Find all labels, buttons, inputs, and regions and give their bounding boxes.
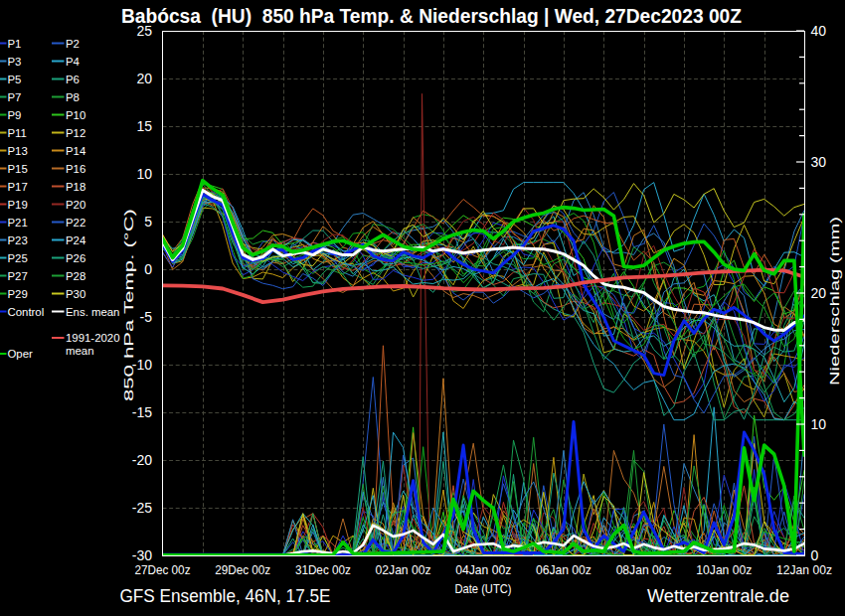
svg-text:0: 0 bbox=[811, 547, 819, 563]
svg-text:P8: P8 bbox=[66, 91, 80, 103]
svg-text:Wetterzentrale.de: Wetterzentrale.de bbox=[647, 585, 789, 606]
svg-text:-20: -20 bbox=[132, 452, 152, 468]
svg-text:P6: P6 bbox=[66, 74, 80, 85]
svg-text:15: 15 bbox=[136, 118, 152, 134]
svg-text:P25: P25 bbox=[8, 252, 28, 264]
svg-text:P14: P14 bbox=[66, 145, 85, 157]
svg-text:27Dec 00z: 27Dec 00z bbox=[135, 562, 191, 577]
svg-text:P7: P7 bbox=[8, 91, 22, 103]
svg-text:10: 10 bbox=[811, 416, 827, 432]
svg-text:Ens. mean: Ens. mean bbox=[66, 306, 119, 318]
svg-text:P3: P3 bbox=[8, 56, 22, 68]
svg-text:-25: -25 bbox=[132, 500, 152, 516]
svg-text:29Dec 00z: 29Dec 00z bbox=[215, 562, 270, 577]
svg-text:Date (UTC): Date (UTC) bbox=[455, 581, 512, 596]
svg-text:06Jan 00z: 06Jan 00z bbox=[536, 562, 592, 577]
svg-text:5: 5 bbox=[144, 214, 152, 230]
svg-text:P13: P13 bbox=[8, 145, 28, 157]
svg-text:P9: P9 bbox=[8, 109, 22, 121]
svg-text:-30: -30 bbox=[132, 547, 152, 563]
svg-text:20: 20 bbox=[811, 285, 827, 301]
svg-text:Oper: Oper bbox=[8, 348, 34, 360]
svg-text:P17: P17 bbox=[8, 181, 28, 193]
svg-text:P23: P23 bbox=[8, 234, 28, 246]
svg-text:31Dec 00z: 31Dec 00z bbox=[295, 562, 351, 577]
svg-text:P10: P10 bbox=[66, 109, 85, 121]
svg-text:P22: P22 bbox=[66, 217, 85, 229]
svg-text:0: 0 bbox=[144, 261, 152, 277]
svg-text:P18: P18 bbox=[66, 181, 85, 193]
svg-text:40: 40 bbox=[811, 23, 827, 39]
svg-text:P24: P24 bbox=[66, 234, 85, 246]
svg-text:08Jan 00z: 08Jan 00z bbox=[616, 562, 672, 577]
svg-text:P20: P20 bbox=[66, 199, 85, 211]
svg-text:12Jan 00z: 12Jan 00z bbox=[776, 562, 832, 577]
svg-text:P21: P21 bbox=[8, 217, 28, 229]
svg-text:P1: P1 bbox=[8, 38, 22, 50]
svg-text:Control: Control bbox=[8, 306, 45, 318]
svg-text:P5: P5 bbox=[8, 74, 22, 85]
svg-text:-5: -5 bbox=[140, 309, 153, 325]
svg-text:P11: P11 bbox=[8, 127, 27, 139]
svg-text:P30: P30 bbox=[66, 288, 85, 300]
svg-text:02Jan 00z: 02Jan 00z bbox=[376, 562, 431, 577]
svg-text:P27: P27 bbox=[8, 270, 28, 282]
svg-text:P16: P16 bbox=[66, 163, 85, 175]
svg-text:Niederschlag (mm): Niederschlag (mm) bbox=[827, 217, 842, 385]
svg-text:P28: P28 bbox=[66, 270, 85, 282]
svg-text:P26: P26 bbox=[66, 252, 85, 264]
svg-text:P12: P12 bbox=[66, 127, 85, 139]
svg-text:P2: P2 bbox=[66, 38, 80, 50]
svg-text:Babócsa (HU) 850 hPa Temp. &: Babócsa (HU) 850 hPa Temp. & Niederschla… bbox=[121, 5, 742, 27]
svg-text:850 hPa Temp. (°C): 850 hPa Temp. (°C) bbox=[121, 209, 136, 401]
svg-text:04Jan 00z: 04Jan 00z bbox=[455, 562, 511, 577]
svg-text:10Jan 00z: 10Jan 00z bbox=[696, 562, 752, 577]
svg-text:25: 25 bbox=[136, 23, 152, 39]
svg-text:mean: mean bbox=[66, 345, 94, 357]
svg-text:P4: P4 bbox=[66, 56, 80, 68]
svg-text:P29: P29 bbox=[8, 288, 28, 300]
svg-text:P15: P15 bbox=[8, 163, 28, 175]
svg-text:-15: -15 bbox=[132, 404, 152, 420]
svg-text:10: 10 bbox=[136, 166, 152, 182]
svg-text:30: 30 bbox=[811, 154, 827, 170]
svg-text:20: 20 bbox=[136, 71, 152, 86]
svg-text:P19: P19 bbox=[8, 199, 28, 211]
svg-text:1991-2020: 1991-2020 bbox=[66, 332, 119, 344]
svg-text:GFS Ensemble, 46N, 17.5E: GFS Ensemble, 46N, 17.5E bbox=[120, 585, 331, 606]
